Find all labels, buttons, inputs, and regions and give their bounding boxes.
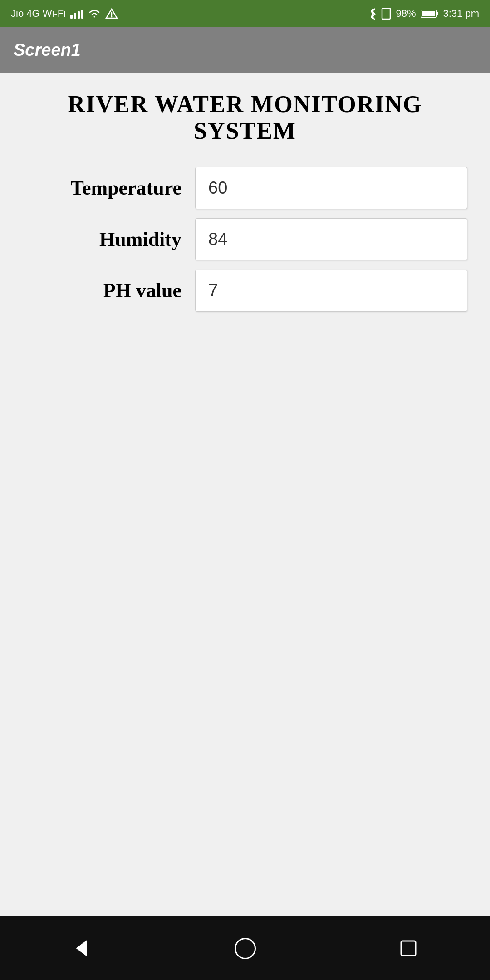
app-bar: Screen1 [0,27,490,73]
ph-label: PH value [23,279,195,302]
bluetooth-icon [369,8,377,20]
ph-row: PH value 7 [23,270,467,312]
screen-icon [381,8,391,20]
back-button[interactable] [66,932,98,964]
carrier-text: Jio 4G Wi-Fi [11,8,66,20]
time-text: 3:31 pm [443,8,480,20]
svg-rect-3 [382,8,390,19]
humidity-row: Humidity 84 [23,218,467,260]
app-bar-title: Screen1 [14,40,81,60]
svg-point-1 [111,16,113,17]
svg-point-8 [235,938,255,958]
home-button[interactable] [229,932,261,964]
humidity-label: Humidity [23,228,195,251]
battery-icon [421,9,439,19]
status-bar-right: 98% 3:31 pm [369,8,479,20]
temperature-value: 60 [195,167,467,209]
wifi-icon [88,9,101,19]
page-title: RIVER WATER MONITORING SYSTEM [18,91,472,144]
svg-rect-5 [422,11,435,16]
humidity-value: 84 [195,218,467,260]
recents-button[interactable] [392,932,424,964]
status-bar: Jio 4G Wi-Fi [0,0,490,27]
main-content: RIVER WATER MONITORING SYSTEM Temperatur… [0,73,490,916]
svg-rect-6 [436,12,438,15]
svg-rect-9 [401,941,416,956]
svg-marker-7 [77,941,86,955]
temperature-row: Temperature 60 [23,167,467,209]
temperature-label: Temperature [23,176,195,200]
warning-icon [105,8,118,20]
signal-icon [70,9,83,19]
nav-bar [0,916,490,980]
status-bar-left: Jio 4G Wi-Fi [11,8,118,20]
ph-value: 7 [195,270,467,312]
battery-percent: 98% [396,8,416,20]
